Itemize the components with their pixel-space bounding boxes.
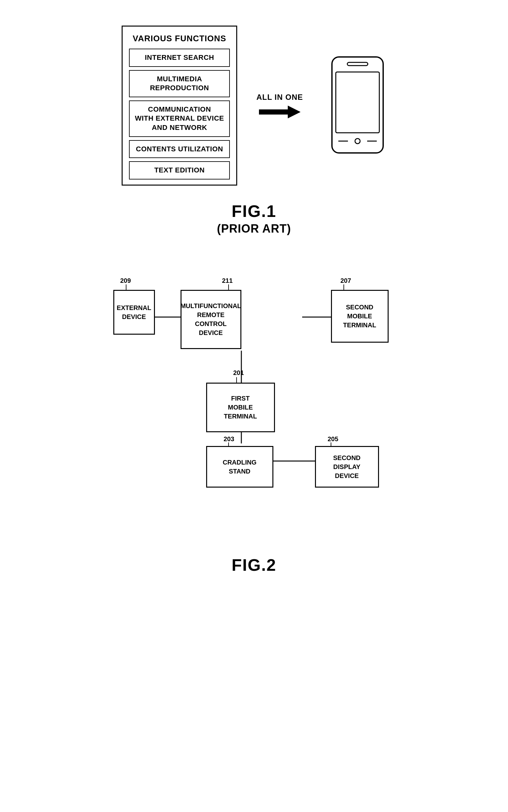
fig2-caption: FIG.2 xyxy=(231,555,276,575)
arrow-area: ALL IN ONE xyxy=(256,93,303,119)
external-device-label: EXTERNALDEVICE xyxy=(117,303,152,321)
function-item-text: TEXT EDITION xyxy=(129,161,230,179)
function-item-multimedia: MULTIMEDIAREPRODUCTION xyxy=(129,70,230,97)
external-device-box: EXTERNALDEVICE xyxy=(113,290,155,335)
second-display-box: SECONDDISPLAYDEVICE xyxy=(315,446,379,488)
cradling-stand-box: CRADLINGSTAND xyxy=(206,446,273,488)
fig1-section: VARIOUS FUNCTIONS INTERNET SEARCH MULTIM… xyxy=(19,26,489,186)
multifunctional-box: MULTIFUNCTIONALREMOTECONTROLDEVICE xyxy=(180,290,241,349)
arrow-label: ALL IN ONE xyxy=(256,93,303,102)
second-mobile-label: SECONDMOBILETERMINAL xyxy=(343,303,376,329)
fig1-caption: FIG.1 xyxy=(231,201,276,221)
first-mobile-label: FIRSTMOBILETERMINAL xyxy=(224,394,257,421)
svg-rect-3 xyxy=(336,72,379,133)
function-item-contents: CONTENTS UTILIZATION xyxy=(129,140,230,159)
multifunctional-label: MULTIFUNCTIONALREMOTECONTROLDEVICE xyxy=(180,301,241,337)
functions-title: VARIOUS FUNCTIONS xyxy=(129,32,230,45)
function-item-internet: INTERNET SEARCH xyxy=(129,49,230,67)
fig2-diagram: 211 MULTIFUNCTIONALREMOTECONTROLDEVICE 2… xyxy=(110,261,398,536)
phone-illustration xyxy=(329,55,386,156)
function-item-communication: COMMUNICATIONWITH EXTERNAL DEVICEAND NET… xyxy=(129,100,230,137)
fig2-section: 211 MULTIFUNCTIONALREMOTECONTROLDEVICE 2… xyxy=(19,261,489,575)
fig1-subcaption: (PRIOR ART) xyxy=(217,222,291,235)
functions-box: VARIOUS FUNCTIONS INTERNET SEARCH MULTIM… xyxy=(122,26,237,186)
arrow-icon xyxy=(259,105,301,119)
svg-marker-0 xyxy=(259,105,301,119)
second-mobile-box: SECONDMOBILETERMINAL xyxy=(331,290,389,343)
cradling-stand-label: CRADLINGSTAND xyxy=(223,458,257,476)
first-mobile-box: FIRSTMOBILETERMINAL xyxy=(206,382,275,432)
svg-point-5 xyxy=(355,139,360,144)
svg-rect-2 xyxy=(347,62,368,65)
second-display-label: SECONDDISPLAYDEVICE xyxy=(333,453,361,480)
